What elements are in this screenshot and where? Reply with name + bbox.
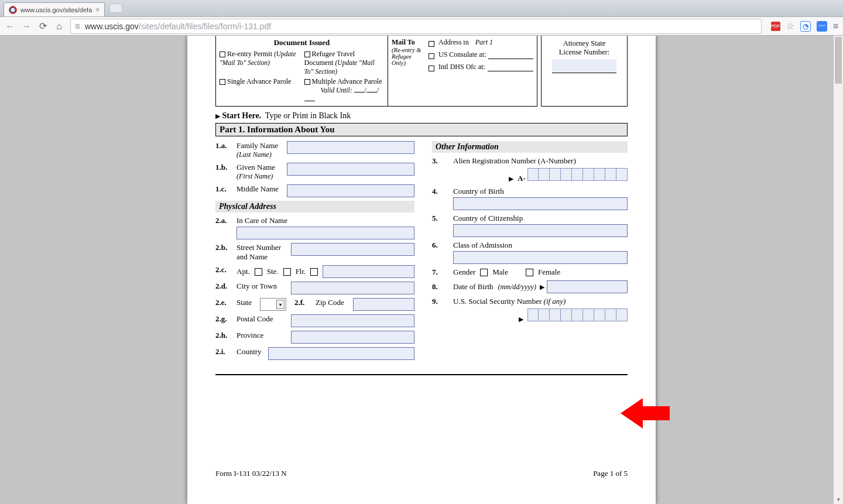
browser-tab[interactable]: www.uscis.gov/sites/defa ×	[4, 2, 105, 16]
tab-bar: www.uscis.gov/sites/defa ×	[0, 0, 843, 16]
menu-button[interactable]: ≡	[833, 21, 838, 32]
home-button[interactable]: ⌂	[54, 21, 64, 32]
reload-button[interactable]: ⟳	[37, 20, 48, 32]
url-text: www.uscis.gov/sites/default/files/files/…	[85, 22, 271, 31]
pdf-icon[interactable]: PDF	[771, 22, 780, 31]
page-icon: 🗎	[74, 22, 81, 30]
forward-button[interactable]: →	[21, 21, 32, 32]
extension-icon-2[interactable]: 〰	[817, 21, 827, 32]
back-button[interactable]: ←	[5, 21, 15, 32]
tab-close-icon[interactable]: ×	[95, 6, 100, 14]
extension-icon-1[interactable]: ◔	[800, 21, 811, 32]
toolbar-right: PDF ☆ ◔ 〰 ≡	[767, 20, 838, 32]
new-tab-button[interactable]	[109, 4, 122, 13]
bookmark-icon[interactable]: ☆	[786, 20, 794, 32]
favicon-icon	[9, 6, 17, 14]
tab-title: www.uscis.gov/sites/defa	[20, 6, 92, 13]
url-input[interactable]: 🗎 www.uscis.gov/sites/default/files/file…	[70, 19, 762, 34]
address-bar: ← → ⟳ ⌂ 🗎 www.uscis.gov/sites/default/fi…	[0, 16, 843, 36]
